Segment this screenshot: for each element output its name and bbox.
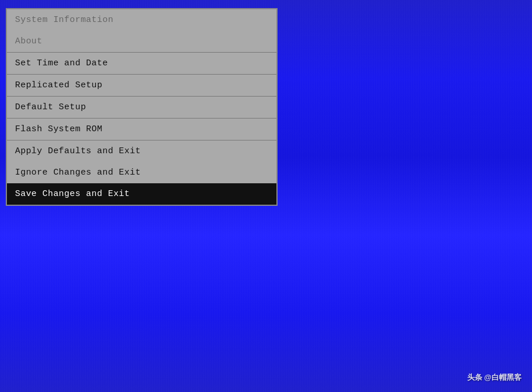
menu-item-system-info: System Information	[7, 9, 276, 31]
menu-item-about: About	[7, 31, 276, 52]
menu-item-ignore-changes[interactable]: Ignore Changes and Exit	[7, 162, 276, 183]
menu-item-save-changes[interactable]: Save Changes and Exit	[7, 183, 276, 205]
menu-item-set-time[interactable]: Set Time and Date	[7, 53, 276, 74]
watermark: 头条 @白帽黑客	[467, 372, 522, 383]
bios-menu: System InformationAboutSet Time and Date…	[6, 8, 278, 206]
menu-item-replicated-setup[interactable]: Replicated Setup	[7, 75, 276, 96]
menu-item-flash-system-rom[interactable]: Flash System ROM	[7, 119, 276, 140]
menu-item-apply-defaults[interactable]: Apply Defaults and Exit	[7, 140, 276, 162]
menu-item-default-setup[interactable]: Default Setup	[7, 97, 276, 118]
